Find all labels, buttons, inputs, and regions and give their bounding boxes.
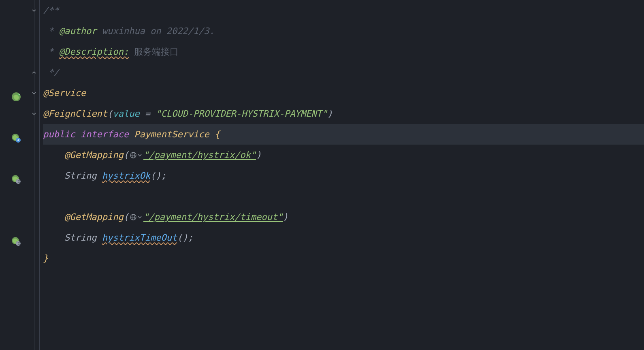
fold-toggle-icon[interactable] (31, 111, 37, 117)
service-annotation: @Service (43, 83, 86, 103)
code-line-blank[interactable] (43, 269, 644, 289)
getmapping-annotation: @GetMapping (64, 207, 124, 227)
public-keyword: public (43, 124, 75, 145)
author-text: wuxinhua on 2022/1/3. (96, 21, 214, 41)
code-line[interactable]: @GetMapping("/payment/hystrix/ok") (43, 145, 644, 165)
code-line-blank[interactable] (43, 310, 644, 331)
feign-annotation: @FeignClient (43, 103, 107, 124)
paren-close: ) (327, 103, 333, 124)
method-hystrixok: hystrixOk (102, 165, 150, 186)
attr-value: value (113, 103, 139, 124)
code-line-blank[interactable] (43, 289, 644, 310)
endpoint-path-string: "/payment/hystrix/ok" (143, 145, 256, 165)
code-line[interactable]: String hystrixTimeOut(); (43, 227, 644, 248)
code-line[interactable]: @GetMapping("/payment/hystrix/timeout") (43, 207, 644, 227)
description-tag: @Description: (59, 41, 129, 62)
string-type: String (64, 165, 102, 186)
code-editor: /** * @author wuxinhua on 2022/1/3. * @D… (0, 0, 644, 350)
comment-open: /** (43, 0, 59, 21)
feign-value-string: "CLOUD-PROVIDER-HYSTRIX-PAYMENT" (156, 103, 327, 124)
paren-open: ( (107, 103, 113, 124)
description-text: 服务端接口 (129, 41, 179, 62)
comment-star: * (43, 41, 59, 62)
indent (43, 165, 64, 186)
endpoint-path-string: "/payment/hystrix/timeout" (143, 207, 283, 227)
bean-service-icon[interactable] (11, 88, 21, 98)
code-line-blank[interactable] (43, 186, 644, 207)
indent (43, 207, 64, 227)
code-line[interactable]: * @author wuxinhua on 2022/1/3. (43, 21, 644, 41)
paren-close: ) (256, 145, 261, 165)
code-line[interactable]: * @Description: 服务端接口 (43, 41, 644, 62)
equals: = (139, 103, 156, 124)
code-line[interactable]: String hystrixOk(); (43, 165, 644, 186)
author-tag: @author (59, 21, 97, 41)
indent (43, 227, 64, 248)
getmapping-annotation: @GetMapping (64, 145, 124, 165)
web-endpoint-icon[interactable] (11, 171, 21, 181)
brace-close: } (43, 248, 48, 269)
indent (43, 145, 64, 165)
fold-toggle-icon[interactable] (31, 7, 37, 14)
url-navigate-icon[interactable] (130, 213, 143, 222)
fold-toggle-icon[interactable] (31, 90, 37, 96)
gutter (0, 0, 28, 350)
url-navigate-icon[interactable] (130, 151, 143, 160)
string-type: String (64, 227, 102, 248)
code-line-current[interactable]: public interface PaymentService { (43, 124, 644, 145)
code-line[interactable]: /** (43, 0, 644, 21)
method-parens: (); (150, 165, 166, 186)
comment-close: */ (43, 62, 59, 83)
fold-gutter (28, 0, 40, 350)
web-endpoint-icon[interactable] (11, 233, 21, 243)
brace-open: { (209, 124, 220, 145)
method-hystrixtimeout: hystrixTimeOut (102, 227, 177, 248)
interface-icon[interactable] (11, 130, 21, 139)
code-line[interactable]: @FeignClient(value = "CLOUD-PROVIDER-HYS… (43, 103, 644, 124)
code-line[interactable]: */ (43, 62, 644, 83)
interface-keyword: interface (75, 124, 134, 145)
code-line[interactable]: } (43, 248, 644, 269)
method-parens: (); (177, 227, 193, 248)
paren-open: ( (124, 207, 129, 227)
fold-end-icon[interactable] (31, 69, 37, 76)
comment-star: * (43, 21, 59, 41)
paren-open: ( (124, 145, 129, 165)
code-area[interactable]: /** * @author wuxinhua on 2022/1/3. * @D… (40, 0, 644, 350)
interface-name: PaymentService (134, 124, 209, 145)
code-line[interactable]: @Service (43, 83, 644, 103)
paren-close: ) (283, 207, 288, 227)
